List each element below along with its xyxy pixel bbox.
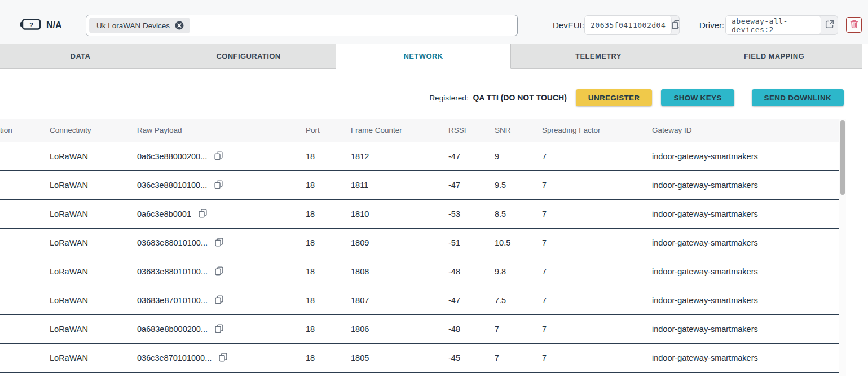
raw-payload-cell: 036c3e870101000... (137, 353, 212, 362)
uplink-table: tion Connectivity Raw Payload Port Frame… (0, 119, 839, 373)
device-filter-chip[interactable]: Uk LoraWAN Devices (89, 18, 190, 33)
gateway-id-cell: indoor-gateway-smartmakers (652, 296, 839, 305)
spreading-factor-cell: 7 (542, 238, 652, 247)
gateway-id-cell: indoor-gateway-smartmakers (652, 181, 839, 190)
registered-network-name: QA TTI (DO NOT TOUCH) (473, 93, 566, 102)
copy-icon (215, 238, 223, 248)
network-panel: Registered: QA TTI (DO NOT TOUCH) UNREGI… (0, 69, 862, 376)
table-row[interactable]: LoRaWAN 0a6c3e88000200... 18 1812 -47 9 … (0, 142, 839, 171)
driver-field: abeeway-all-devices:2 (725, 15, 838, 35)
copy-icon (214, 180, 223, 191)
column-rssi: RSSI (448, 126, 495, 134)
show-keys-button[interactable]: SHOW KEYS (661, 89, 734, 106)
column-raw-payload: Raw Payload (137, 126, 306, 134)
tab-field-mapping[interactable]: FIELD MAPPING (686, 44, 862, 69)
table-row[interactable]: LoRaWAN 03683e88010100... 18 1809 -51 10… (0, 229, 839, 257)
snr-cell: 7 (495, 353, 542, 362)
column-frame-counter: Frame Counter (351, 126, 448, 134)
top-bar: ? N/A Uk LoraWAN Devices DevEUI: 20635f0… (0, 0, 868, 44)
payload-copy-button[interactable] (219, 353, 227, 364)
trash-icon (850, 20, 858, 30)
tab-telemetry[interactable]: TELEMETRY (511, 44, 686, 69)
gateway-id-cell: indoor-gateway-smartmakers (652, 267, 839, 276)
rssi-cell: -45 (448, 353, 495, 362)
snr-cell: 9.8 (495, 267, 542, 276)
driver-value: abeeway-all-devices:2 (732, 17, 815, 34)
frame-counter-cell: 1812 (351, 152, 448, 161)
table-row[interactable]: LoRaWAN 03683e88010100... 18 1808 -48 9.… (0, 257, 839, 286)
port-cell: 18 (306, 325, 351, 334)
battery-status-text: N/A (46, 20, 62, 30)
payload-copy-button[interactable] (214, 151, 223, 162)
gateway-id-cell: indoor-gateway-smartmakers (652, 209, 839, 218)
copy-icon (214, 151, 223, 162)
connectivity-cell: LoRaWAN (50, 325, 137, 334)
rssi-cell: -47 (448, 152, 495, 161)
device-search-input[interactable]: Uk LoraWAN Devices (86, 15, 518, 36)
raw-payload-cell: 0a6c3e88000200... (137, 152, 207, 161)
frame-counter-cell: 1807 (351, 296, 448, 305)
vertical-scrollbar[interactable] (839, 119, 846, 376)
spreading-factor-cell: 7 (542, 325, 652, 334)
deveui-value: 20635f0411002d04 (591, 21, 666, 29)
column-port: Port (306, 126, 351, 134)
raw-payload-cell: 036c3e88010100... (137, 181, 207, 190)
payload-copy-button[interactable] (214, 180, 223, 191)
payload-copy-button[interactable] (199, 209, 207, 220)
spreading-factor-cell: 7 (542, 267, 652, 276)
svg-text:?: ? (29, 21, 33, 28)
frame-counter-cell: 1805 (351, 353, 448, 362)
snr-cell: 7 (495, 325, 542, 334)
raw-payload-cell: 0a683e8b000200... (137, 325, 208, 334)
rssi-cell: -51 (448, 238, 495, 247)
payload-copy-button[interactable] (215, 324, 223, 335)
tab-network[interactable]: NETWORK (336, 44, 511, 69)
snr-cell: 7.5 (495, 296, 542, 305)
connectivity-cell: LoRaWAN (50, 267, 137, 276)
device-filter-chip-label: Uk LoraWAN Devices (96, 21, 170, 30)
tab-configuration[interactable]: CONFIGURATION (161, 44, 336, 69)
table-row[interactable]: LoRaWAN 036c3e870101000... 18 1805 -45 7… (0, 344, 839, 373)
external-link-icon (825, 20, 834, 30)
copy-icon (199, 209, 207, 220)
driver-open-button[interactable] (821, 16, 838, 34)
unregister-button[interactable]: UNREGISTER (576, 89, 653, 106)
connectivity-cell: LoRaWAN (50, 238, 137, 247)
port-cell: 18 (306, 267, 351, 276)
spreading-factor-cell: 7 (542, 152, 652, 161)
raw-payload-cell: 03683e88010100... (137, 267, 208, 276)
delete-device-button[interactable] (846, 17, 862, 33)
rssi-cell: -48 (448, 325, 495, 334)
table-row[interactable]: LoRaWAN 0a683e8b000200... 18 1806 -48 7 … (0, 315, 839, 344)
scrollbar-thumb[interactable] (840, 120, 845, 195)
snr-cell: 9 (495, 152, 542, 161)
table-row[interactable]: LoRaWAN 03683e87010100... 18 1807 -47 7.… (0, 286, 839, 315)
raw-payload-cell: 03683e87010100... (137, 296, 208, 305)
copy-icon (219, 353, 227, 364)
column-reception: tion (0, 126, 50, 134)
frame-counter-cell: 1806 (351, 325, 448, 334)
copy-icon (215, 266, 223, 277)
table-row[interactable]: LoRaWAN 0a6c3e8b0001 18 1810 -53 8.5 7 i… (0, 200, 839, 229)
frame-counter-cell: 1811 (351, 181, 448, 190)
driver-label: Driver: (699, 20, 724, 30)
port-cell: 18 (306, 181, 351, 190)
chip-remove-icon[interactable] (175, 21, 184, 30)
battery-status: ? N/A (20, 18, 62, 33)
registered-label: Registered: (429, 94, 468, 102)
spreading-factor-cell: 7 (542, 353, 652, 362)
spreading-factor-cell: 7 (542, 296, 652, 305)
payload-copy-button[interactable] (215, 266, 223, 277)
port-cell: 18 (306, 209, 351, 218)
payload-copy-button[interactable] (215, 295, 223, 306)
frame-counter-cell: 1809 (351, 238, 448, 247)
table-row[interactable]: LoRaWAN 036c3e88010100... 18 1811 -47 9.… (0, 171, 839, 200)
raw-payload-cell: 03683e88010100... (137, 238, 208, 247)
deveui-copy-button[interactable] (672, 16, 680, 34)
connectivity-cell: LoRaWAN (50, 353, 137, 362)
deveui-field: 20635f0411002d04 (584, 15, 680, 35)
send-downlink-button[interactable]: SEND DOWNLINK (752, 89, 844, 106)
tab-data[interactable]: DATA (0, 44, 161, 69)
port-cell: 18 (306, 353, 351, 362)
payload-copy-button[interactable] (215, 238, 223, 248)
